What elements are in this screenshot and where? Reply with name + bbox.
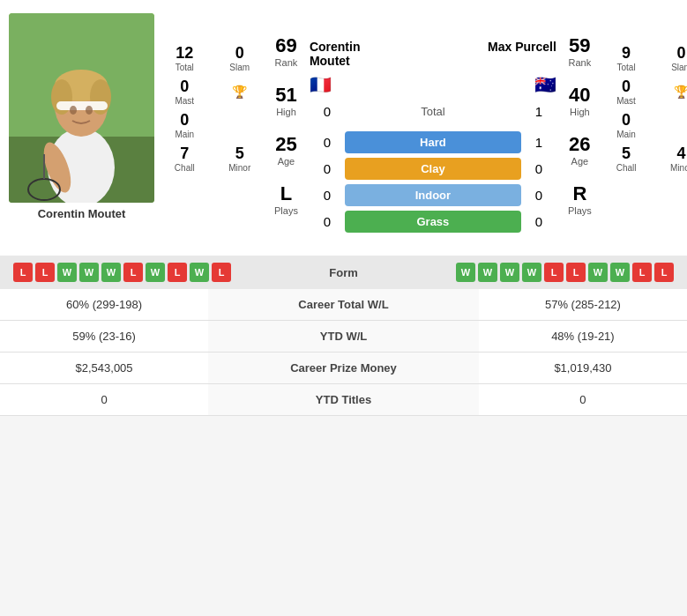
total-label: Total (345, 105, 521, 118)
form-section: LLWWWLWLWL Form WWWWLLWWLL (0, 256, 687, 289)
surface-section: Corentin Moutet Max Purcell 🇫🇷 🇦🇺 0 Tota… (310, 13, 556, 235)
form-badge-left: W (57, 263, 77, 282)
grass-row: 0 Grass 0 (310, 211, 556, 233)
stat-left-val: 0 (0, 384, 208, 416)
stat-left-val: 59% (23-16) (0, 321, 208, 353)
form-badge-right: L (654, 263, 674, 282)
right-minor: 4 Minor (658, 145, 687, 173)
form-badge-left: W (146, 263, 165, 282)
left-player-photo (9, 13, 154, 203)
right-player-info: 9 Total 0 Slam 0 Mast 🏆 0 Main (603, 13, 687, 235)
stat-left-val: $2,543,005 (0, 353, 208, 384)
total-row: 0 Total 1 (310, 104, 556, 119)
left-player-block: Corentin Moutet (9, 13, 154, 235)
right-slam: 0 Slam (658, 44, 687, 72)
form-label: Form (291, 266, 397, 279)
form-badge-left: L (35, 263, 55, 282)
form-badge-right: L (632, 263, 652, 282)
center-plays: L Plays (274, 182, 298, 216)
form-badge-left: W (101, 263, 121, 282)
clay-button[interactable]: Clay (345, 158, 521, 180)
form-badge-left: L (212, 263, 231, 282)
left-form-badges: LLWWWLWLWL (13, 263, 287, 282)
center-high: 51 High (275, 84, 296, 117)
right-flag: 🇦🇺 (534, 74, 556, 95)
right-total: 9 Total (603, 44, 650, 72)
center-age: 25 Age (275, 133, 296, 167)
grass-right-score: 0 (521, 214, 556, 229)
form-badge-left: W (190, 263, 209, 282)
stat-right-val: 48% (19-21) (479, 321, 687, 353)
right-form-badges: WWWWLLWWLL (401, 263, 675, 282)
form-badge-right: W (522, 263, 541, 282)
left-player-name-below: Corentin Moutet (38, 207, 126, 220)
hard-row: 0 Hard 1 (310, 131, 556, 153)
top-section: Corentin Moutet 12 Total 0 Slam 0 Mast (0, 0, 687, 249)
stats-row: 0 YTD Titles 0 (0, 384, 687, 416)
svg-point-8 (70, 106, 77, 115)
right-rank: 59 Rank (569, 34, 592, 68)
stats-table: 60% (299-198) Career Total W/L 57% (285-… (0, 289, 687, 416)
hard-left-score: 0 (310, 135, 345, 150)
left-player-info: 12 Total 0 Slam 0 Mast 🏆 0 Main (161, 13, 263, 235)
grass-button[interactable]: Grass (345, 211, 521, 233)
stats-row: 60% (299-198) Career Total W/L 57% (285-… (0, 289, 687, 321)
form-badge-right: W (588, 263, 608, 282)
stat-center-label: Career Total W/L (208, 289, 479, 321)
right-trophy: 🏆 (658, 78, 687, 106)
form-badge-right: W (500, 263, 519, 282)
left-trophy: 🏆 (217, 78, 264, 106)
indoor-row: 0 Indoor 0 (310, 184, 556, 206)
left-stats-grid: 12 Total 0 Slam 0 Mast 🏆 0 Main (161, 44, 263, 173)
right-center-stats: 59 Rank 40 High 26 Age R Plays (564, 13, 596, 235)
svg-rect-7 (56, 101, 108, 110)
right-main: 0 Main (603, 111, 650, 139)
form-badge-right: L (544, 263, 564, 282)
left-flag: 🇫🇷 (310, 74, 332, 95)
stat-left-val: 60% (299-198) (0, 289, 208, 321)
hard-right-score: 1 (521, 135, 556, 150)
stat-center-label: YTD Titles (208, 384, 479, 416)
grass-left-score: 0 (310, 214, 345, 229)
left-main: 0 Main (161, 111, 208, 139)
stat-center-label: YTD W/L (208, 321, 479, 353)
center-stats-column: 69 Rank 51 High 25 Age L Plays (270, 13, 302, 235)
svg-point-9 (86, 106, 93, 115)
trophy-icon-left: 🏆 (232, 85, 247, 99)
left-player-header: Corentin Moutet (310, 40, 361, 68)
stat-right-val: 0 (479, 384, 687, 416)
left-minor: 5 Minor (217, 145, 264, 173)
clay-right-score: 0 (521, 161, 556, 176)
stat-right-val: $1,019,430 (479, 353, 687, 384)
stat-center-label: Career Prize Money (208, 353, 479, 384)
clay-row: 0 Clay 0 (310, 158, 556, 180)
stats-row: 59% (23-16) YTD W/L 48% (19-21) (0, 321, 687, 353)
indoor-left-score: 0 (310, 188, 345, 203)
form-badge-left: L (168, 263, 187, 282)
form-badge-right: W (478, 263, 497, 282)
main-container: Corentin Moutet 12 Total 0 Slam 0 Mast (0, 0, 687, 416)
stat-right-val: 57% (285-212) (479, 289, 687, 321)
form-badge-left: W (79, 263, 99, 282)
clay-left-score: 0 (310, 161, 345, 176)
left-total: 12 Total (161, 44, 208, 72)
trophy-icon-right: 🏆 (674, 85, 687, 99)
form-badge-right: W (456, 263, 475, 282)
right-stats-grid: 9 Total 0 Slam 0 Mast 🏆 0 Main (603, 44, 687, 173)
hard-button[interactable]: Hard (345, 131, 521, 153)
left-slam: 0 Slam (217, 44, 264, 72)
left-chall: 7 Chall (161, 145, 208, 173)
right-mast: 0 Mast (603, 78, 650, 106)
right-age: 26 Age (569, 133, 590, 167)
total-left-score: 0 (310, 104, 345, 119)
stats-row: $2,543,005 Career Prize Money $1,019,430 (0, 353, 687, 384)
right-high: 40 High (569, 84, 590, 117)
indoor-button[interactable]: Indoor (345, 184, 521, 206)
right-chall: 5 Chall (603, 145, 650, 173)
center-rank: 69 Rank (275, 34, 298, 68)
total-right-score: 1 (521, 104, 556, 119)
right-player-header: Max Purcell (488, 40, 556, 68)
form-badge-left: L (13, 263, 33, 282)
indoor-right-score: 0 (521, 188, 556, 203)
left-mast: 0 Mast (161, 78, 208, 106)
